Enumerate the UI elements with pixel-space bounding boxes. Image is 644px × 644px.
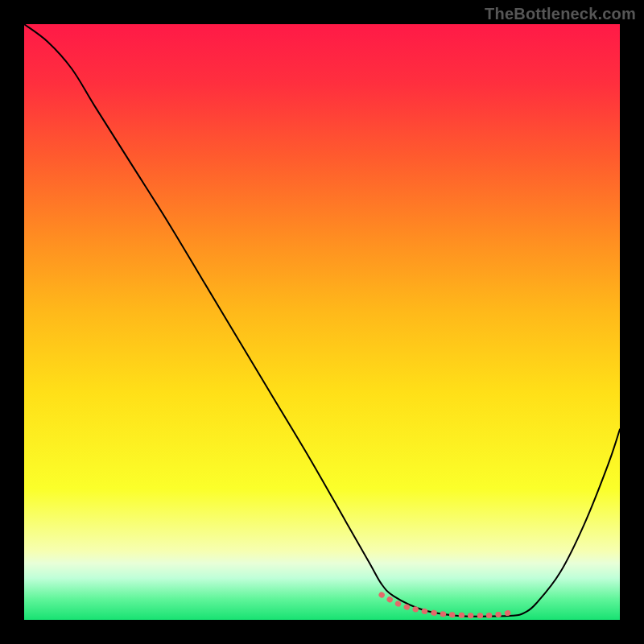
attribution-label: TheBottleneck.com (485, 5, 636, 23)
chart-frame: TheBottleneck.com (0, 0, 644, 644)
bottleneck-chart (24, 24, 620, 620)
gradient-background (24, 24, 620, 620)
